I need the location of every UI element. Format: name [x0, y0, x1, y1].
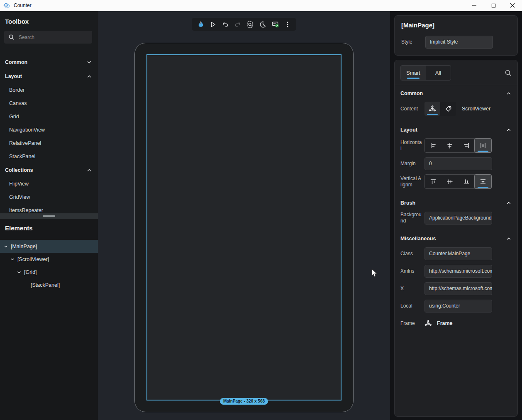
property-search-button[interactable]	[500, 69, 512, 76]
x-label: X	[400, 286, 424, 292]
more-kebab-icon[interactable]	[281, 19, 294, 30]
resource-tag-button[interactable]	[440, 102, 456, 116]
horizontal-alignment-row: Horizontal	[400, 138, 512, 153]
style-field[interactable]: Implicit Style	[425, 36, 493, 49]
panel-resize-handle[interactable]	[0, 213, 98, 219]
class-row: Class Counter.MainPage	[400, 247, 512, 260]
chevron-up-icon	[86, 167, 92, 173]
tab-all[interactable]: All	[426, 66, 451, 80]
close-button[interactable]	[503, 0, 522, 11]
toolbox-item-gridview[interactable]: GridView	[0, 190, 98, 204]
local-field[interactable]: using:Counter	[424, 300, 492, 313]
toolbox-section-collections[interactable]: Collections	[0, 163, 98, 177]
stretch-horizontal-icon	[480, 142, 486, 149]
toolbox-item-stackpanel[interactable]: StackPanel	[0, 150, 98, 163]
tag-icon	[445, 105, 452, 112]
tab-smart[interactable]: Smart	[401, 66, 426, 80]
section-miscellaneous[interactable]: Miscellaneous	[395, 230, 517, 247]
selection-size-badge: MainPage - 320 x 568	[220, 398, 268, 405]
toolbox-item-itemsrepeater[interactable]: ItemsRepeater	[0, 204, 98, 213]
align-center-vertical-button[interactable]	[442, 175, 458, 188]
theme-moon-icon[interactable]	[256, 19, 269, 30]
stretch-vertical-icon	[480, 178, 486, 185]
content-mode-group	[424, 102, 456, 116]
design-canvas[interactable]: MainPage - 320 x 568	[98, 11, 390, 420]
xmlns-row: Xmlns http://schemas.microsoft.com	[400, 264, 512, 278]
background-field[interactable]: ApplicationPageBackground	[424, 212, 492, 225]
hot-reload-flame-icon[interactable]	[194, 19, 207, 30]
section-layout[interactable]: Layout	[395, 122, 517, 138]
vertical-alignment-group	[424, 174, 492, 189]
stretch-vertical-button[interactable]	[475, 175, 491, 188]
frame-reference-chip[interactable]: Frame	[424, 320, 453, 327]
align-top-button[interactable]	[425, 175, 442, 188]
selected-element-title: [MainPage]	[401, 22, 511, 29]
toolbox-search-input[interactable]	[19, 34, 88, 40]
app-logo-icon	[3, 2, 10, 9]
undo-icon[interactable]	[219, 19, 232, 30]
content-label: Content	[400, 106, 424, 112]
align-bottom-button[interactable]	[458, 175, 475, 188]
section-common[interactable]: Common	[395, 85, 517, 102]
toolbox-section-common[interactable]: Common	[0, 55, 98, 69]
play-icon[interactable]	[207, 19, 219, 30]
property-inspector: [MainPage] Style Implicit Style Smart Al…	[390, 11, 522, 420]
toolbox-item-border[interactable]: Border	[0, 83, 98, 97]
chevron-down-icon[interactable]	[16, 270, 22, 275]
toolbox-search[interactable]	[4, 31, 92, 44]
vertical-alignment-row: Vertical Alignm	[400, 174, 512, 189]
tree-item-grid[interactable]: [Grid]	[0, 266, 98, 278]
align-center-vertical-icon	[446, 178, 453, 185]
xmlns-field[interactable]: http://schemas.microsoft.com	[424, 265, 492, 278]
tree-item-scrollviewer[interactable]: [ScrollViewer]	[0, 253, 98, 266]
element-mode-button[interactable]	[424, 102, 440, 116]
maximize-button[interactable]	[484, 0, 503, 11]
tree-item-stackpanel[interactable]: [StackPanel]	[0, 278, 98, 291]
property-tabs: Smart All	[400, 65, 451, 81]
align-left-button[interactable]	[425, 139, 442, 152]
toolbox-section-layout[interactable]: Layout	[0, 69, 98, 83]
background-label: Background	[400, 212, 424, 224]
align-bottom-icon	[463, 178, 470, 185]
mouse-cursor	[371, 269, 379, 279]
active-tab-indicator	[407, 78, 420, 79]
mainpage-design-surface[interactable]: MainPage - 320 x 568	[146, 54, 341, 400]
margin-label: Margin	[400, 161, 424, 167]
zoom-region-icon[interactable]	[244, 19, 256, 30]
horizontal-alignment-label: Horizontal	[400, 139, 424, 152]
toolbox-item-relativepanel[interactable]: RelativePanel	[0, 137, 98, 150]
chevron-down-icon[interactable]	[2, 244, 9, 249]
x-field[interactable]: http://schemas.microsoft.com	[424, 282, 492, 295]
minimize-button[interactable]	[465, 0, 484, 11]
stretch-horizontal-button[interactable]	[475, 139, 491, 152]
toolbox-item-navigationview[interactable]: NavigationView	[0, 123, 98, 137]
window-title: Counter	[14, 2, 32, 8]
x-row: X http://schemas.microsoft.com	[400, 282, 512, 295]
tree-item-mainpage[interactable]: [MainPage]	[0, 240, 98, 253]
content-value: ScrollViewer	[462, 106, 490, 112]
vertical-alignment-label: Vertical Alignm	[400, 176, 424, 188]
redo-icon[interactable]	[232, 19, 244, 30]
align-center-horizontal-icon	[446, 142, 453, 149]
element-icon	[429, 105, 436, 112]
align-left-icon	[430, 142, 437, 149]
device-frame: MainPage - 320 x 568	[134, 43, 354, 412]
align-center-horizontal-button[interactable]	[442, 139, 458, 152]
align-right-button[interactable]	[458, 139, 475, 152]
title-bar: Counter	[0, 0, 522, 11]
margin-field[interactable]: 0	[424, 157, 492, 170]
horizontal-alignment-group	[424, 138, 492, 153]
toolbox-item-canvas[interactable]: Canvas	[0, 97, 98, 110]
frame-row: Frame Frame	[400, 317, 512, 330]
element-icon	[424, 320, 432, 327]
left-sidebar: Toolbox Common Layout Border Canvas	[0, 11, 98, 420]
toolbox-item-grid[interactable]: Grid	[0, 110, 98, 123]
margin-row: Margin 0	[400, 157, 512, 170]
chevron-down-icon[interactable]	[9, 257, 16, 262]
frame-label: Frame	[400, 320, 424, 327]
chevron-up-icon	[86, 73, 92, 79]
toolbox-item-flipview[interactable]: FlipView	[0, 177, 98, 190]
connection-status-icon[interactable]	[269, 19, 281, 30]
section-brush[interactable]: Brush	[395, 195, 517, 211]
class-field[interactable]: Counter.MainPage	[424, 247, 492, 260]
